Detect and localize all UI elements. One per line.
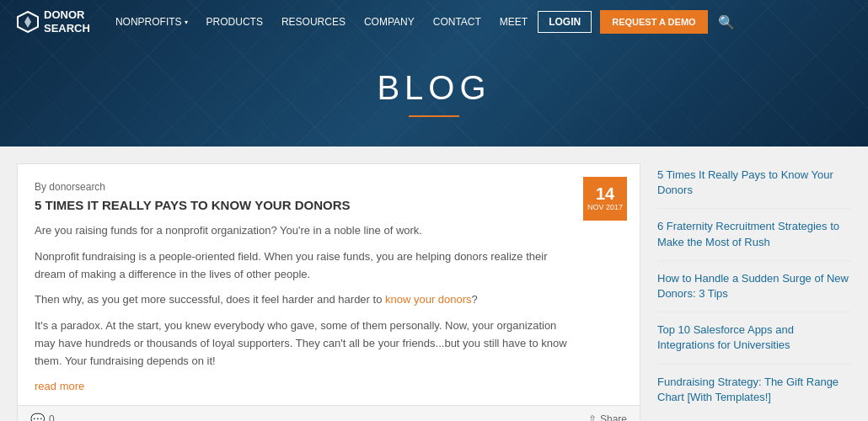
- comment-icon: 💬: [30, 413, 45, 421]
- articles-column: 14 NOV 2017 By donorsearch 5 TIMES IT RE…: [17, 163, 640, 421]
- nav-products[interactable]: PRODUCTS: [198, 11, 271, 33]
- nav-meet[interactable]: MEET: [491, 11, 536, 33]
- article-body: Are you raising funds for a nonprofit or…: [35, 222, 623, 370]
- logo-text: DONOR SEARCH: [44, 8, 90, 35]
- nav-resources[interactable]: RESOURCES: [273, 11, 354, 33]
- sidebar-post-1[interactable]: 5 Times It Really Pays to Know Your Dono…: [657, 168, 851, 209]
- article-date-badge-1: 14 NOV 2017: [583, 177, 627, 221]
- article-para-1: Are you raising funds for a nonprofit or…: [35, 222, 568, 240]
- comments-count: 💬 0: [30, 413, 55, 421]
- nav-company[interactable]: COMPANY: [356, 11, 423, 33]
- title-underline: [409, 115, 459, 117]
- sidebar-post-2[interactable]: 6 Fraternity Recruitment Strategies to M…: [657, 219, 851, 260]
- logo[interactable]: DONOR SEARCH: [17, 8, 90, 35]
- article-card-1: 14 NOV 2017 By donorsearch 5 TIMES IT RE…: [17, 163, 640, 421]
- demo-button[interactable]: REQUEST A DEMO: [600, 10, 707, 34]
- article-footer: 💬 0 ⇧ Share: [18, 405, 640, 421]
- article-para-3: Then why, as you get more successful, do…: [35, 291, 568, 309]
- sidebar-related-posts: 5 Times It Really Pays to Know Your Dono…: [657, 168, 851, 415]
- nav-contact[interactable]: CONTACT: [425, 11, 490, 33]
- article-para-4: It's a paradox. At the start, you knew e…: [35, 317, 568, 370]
- article-author: By donorsearch: [35, 181, 623, 193]
- article-title: 5 TIMES IT REALLY PAYS TO KNOW YOUR DONO…: [35, 198, 623, 212]
- header: DONOR SEARCH NONPROFITS ▾ PRODUCTS RESOU…: [0, 0, 868, 147]
- search-icon[interactable]: 🔍: [718, 14, 735, 30]
- nav-bar: DONOR SEARCH NONPROFITS ▾ PRODUCTS RESOU…: [0, 0, 868, 44]
- share-icon: ⇧: [588, 413, 597, 421]
- sidebar-post-3[interactable]: How to Handle a Sudden Surge of New Dono…: [657, 271, 851, 312]
- share-button[interactable]: ⇧ Share: [588, 413, 627, 421]
- know-donors-link[interactable]: know your donors: [385, 293, 472, 306]
- sidebar-post-4[interactable]: Top 10 Salesforce Apps and Integrations …: [657, 322, 851, 364]
- nav-links: NONPROFITS ▾ PRODUCTS RESOURCES COMPANY …: [107, 10, 851, 34]
- login-button[interactable]: LOGIN: [538, 11, 592, 33]
- sidebar: 5 Times It Really Pays to Know Your Dono…: [657, 163, 851, 421]
- main-content: 14 NOV 2017 By donorsearch 5 TIMES IT RE…: [0, 147, 868, 421]
- nav-nonprofits[interactable]: NONPROFITS ▾: [107, 11, 196, 33]
- logo-icon: [17, 11, 39, 33]
- svg-marker-1: [24, 16, 31, 28]
- sidebar-post-5[interactable]: Fundraising Strategy: The Gift Range Cha…: [657, 375, 851, 415]
- article-para-2: Nonprofit fundraising is a people-orient…: [35, 248, 568, 284]
- blog-page-title: BLOG: [0, 69, 868, 107]
- chevron-down-icon: ▾: [185, 19, 188, 26]
- blog-hero: BLOG: [0, 44, 868, 147]
- read-more-link[interactable]: read more: [35, 380, 84, 392]
